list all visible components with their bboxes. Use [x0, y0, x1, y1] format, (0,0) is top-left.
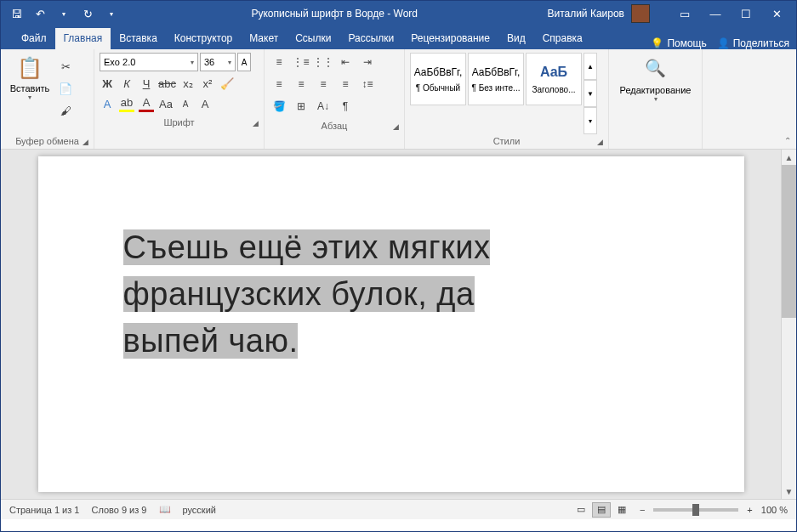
font-launcher-icon[interactable]: ◢: [253, 119, 259, 127]
highlight-icon[interactable]: ab: [119, 95, 134, 112]
tab-help[interactable]: Справка: [534, 28, 591, 49]
undo-dropdown-icon[interactable]: ▾: [54, 3, 74, 24]
ribbon-tabs: Файл Главная Вставка Конструктор Макет С…: [1, 26, 796, 49]
numbering-icon[interactable]: ⋮≡: [292, 53, 310, 71]
subscript-button[interactable]: x₂: [180, 75, 196, 92]
qat-customize-icon[interactable]: ▾: [101, 3, 122, 24]
tab-mailings[interactable]: Рассылки: [339, 28, 402, 49]
superscript-button[interactable]: x²: [200, 75, 215, 92]
user-name[interactable]: Виталий Каиров: [547, 8, 624, 20]
group-label-clipboard: Буфер обмена◢: [6, 134, 88, 147]
lightbulb-icon: 💡: [651, 37, 663, 49]
zoom-in-icon[interactable]: +: [747, 505, 752, 515]
language-indicator[interactable]: русский: [183, 505, 216, 515]
copy-icon[interactable]: 📄: [57, 80, 74, 97]
word-count[interactable]: Слово 9 из 9: [91, 505, 146, 515]
styles-down-icon[interactable]: ▼: [584, 80, 597, 107]
spellcheck-icon[interactable]: 📖: [159, 504, 171, 515]
align-left-icon[interactable]: ≡: [270, 75, 288, 93]
titlebar: 🖫 ↶ ▾ ↻ ▾ Рукописный шрифт в Ворде - Wor…: [1, 1, 796, 26]
group-font: Exo 2.0▾ 36▾ A Ж К Ч abc x₂ x² 🧹 A ab A …: [94, 49, 265, 149]
borders-icon[interactable]: ⊞: [292, 97, 310, 116]
inc-indent-icon[interactable]: ⇥: [358, 53, 377, 71]
paragraph-launcher-icon[interactable]: ◢: [393, 122, 399, 131]
justify-icon[interactable]: ≡: [336, 75, 355, 93]
text-effects-icon[interactable]: A: [100, 95, 115, 112]
underline-button[interactable]: Ч: [139, 75, 154, 92]
redo-icon[interactable]: ↻: [77, 3, 98, 24]
print-layout-icon[interactable]: ▤: [592, 502, 611, 518]
align-right-icon[interactable]: ≡: [314, 75, 333, 93]
shrink-font-icon[interactable]: A: [178, 95, 193, 112]
cut-icon[interactable]: ✂: [57, 58, 74, 75]
show-marks-icon[interactable]: ¶: [336, 97, 355, 116]
italic-button[interactable]: К: [119, 75, 134, 92]
tab-file[interactable]: Файл: [13, 28, 55, 49]
quick-access-toolbar: 🖫 ↶ ▾ ↻ ▾: [6, 3, 122, 24]
ribbon-options-icon[interactable]: ▭: [670, 3, 699, 24]
align-center-icon[interactable]: ≡: [292, 75, 310, 93]
tab-review[interactable]: Рецензирование: [402, 28, 498, 49]
share-button[interactable]: 👤Поделиться: [717, 37, 789, 49]
web-layout-icon[interactable]: ▦: [612, 502, 631, 518]
line-spacing-icon[interactable]: ↕≡: [358, 75, 377, 93]
tab-layout[interactable]: Макет: [241, 28, 287, 49]
tell-me-button[interactable]: 💡Помощь: [651, 37, 706, 49]
close-icon[interactable]: ✕: [762, 3, 791, 24]
tab-references[interactable]: Ссылки: [287, 28, 339, 49]
scroll-thumb[interactable]: [782, 165, 796, 318]
undo-icon[interactable]: ↶: [30, 3, 50, 24]
read-mode-icon[interactable]: ▭: [572, 502, 590, 518]
scroll-down-icon[interactable]: ▼: [782, 484, 796, 499]
strikethrough-button[interactable]: abc: [158, 75, 176, 92]
shading-icon[interactable]: 🪣: [270, 97, 288, 116]
font-color-icon[interactable]: A: [139, 95, 154, 112]
font-name-combo[interactable]: Exo 2.0▾: [100, 53, 198, 71]
group-label-font: Шрифт◢: [100, 116, 259, 128]
zoom-slider[interactable]: [653, 508, 738, 512]
scroll-up-icon[interactable]: ▲: [782, 150, 796, 165]
clear-format-icon[interactable]: 🧹: [219, 75, 235, 92]
style-no-spacing[interactable]: АаБбВвГг,¶ Без инте...: [468, 53, 524, 105]
font-size-combo[interactable]: 36▾: [200, 53, 236, 71]
editing-button[interactable]: 🔍 Редактирование ▾: [614, 53, 697, 108]
clipboard-launcher-icon[interactable]: ◢: [83, 138, 88, 146]
styles-gallery[interactable]: АаБбВвГг,¶ Обычный АаБбВвГг,¶ Без инте..…: [410, 53, 597, 134]
styles-launcher-icon[interactable]: ◢: [597, 138, 603, 146]
bold-button[interactable]: Ж: [100, 75, 115, 92]
page[interactable]: Съешь ещё этих мягких французских булок,…: [38, 156, 744, 492]
maximize-icon[interactable]: ☐: [732, 3, 760, 24]
grow-font2-icon[interactable]: A: [197, 95, 213, 112]
change-case-button[interactable]: Aa: [158, 95, 174, 112]
format-painter-icon[interactable]: 🖌: [57, 102, 74, 119]
group-paragraph: ≡ ⋮≡ ⋮⋮ ⇤ ⇥ ≡ ≡ ≡ ≡ ↕≡ 🪣 ⊞ A↓ ¶ Абзац◢: [265, 49, 405, 149]
tab-design[interactable]: Конструктор: [166, 28, 241, 49]
zoom-out-icon[interactable]: −: [640, 505, 645, 515]
avatar[interactable]: [631, 4, 650, 23]
styles-more-icon[interactable]: ▾: [584, 107, 597, 134]
zoom-thumb[interactable]: [692, 504, 699, 516]
share-icon: 👤: [717, 37, 730, 49]
collapse-ribbon-icon[interactable]: ⌃: [784, 136, 791, 145]
save-icon[interactable]: 🖫: [6, 3, 26, 24]
tab-insert[interactable]: Вставка: [111, 28, 166, 49]
styles-up-icon[interactable]: ▲: [584, 53, 597, 80]
minimize-icon[interactable]: —: [701, 3, 730, 24]
grow-font-icon[interactable]: A: [237, 53, 251, 71]
user-area: Виталий Каиров ▭ — ☐ ✕: [547, 3, 791, 24]
style-normal[interactable]: АаБбВвГг,¶ Обычный: [410, 53, 466, 105]
paste-button[interactable]: 📋 Вставить ▾: [6, 53, 54, 134]
style-heading1[interactable]: АаБЗаголово...: [526, 53, 582, 105]
tab-home[interactable]: Главная: [55, 28, 111, 49]
page-indicator[interactable]: Страница 1 из 1: [9, 505, 79, 515]
clipboard-icon: 📋: [16, 53, 43, 83]
multilevel-icon[interactable]: ⋮⋮: [314, 53, 333, 71]
sort-icon[interactable]: A↓: [314, 97, 333, 116]
dec-indent-icon[interactable]: ⇤: [336, 53, 355, 71]
group-label-styles: Стили◢: [410, 134, 603, 147]
vertical-scrollbar[interactable]: ▲ ▼: [781, 150, 796, 499]
zoom-level[interactable]: 100 %: [761, 505, 788, 515]
tab-view[interactable]: Вид: [498, 28, 534, 49]
document-text[interactable]: Съешь ещё этих мягких французских булок,…: [123, 224, 659, 365]
bullets-icon[interactable]: ≡: [270, 53, 288, 71]
